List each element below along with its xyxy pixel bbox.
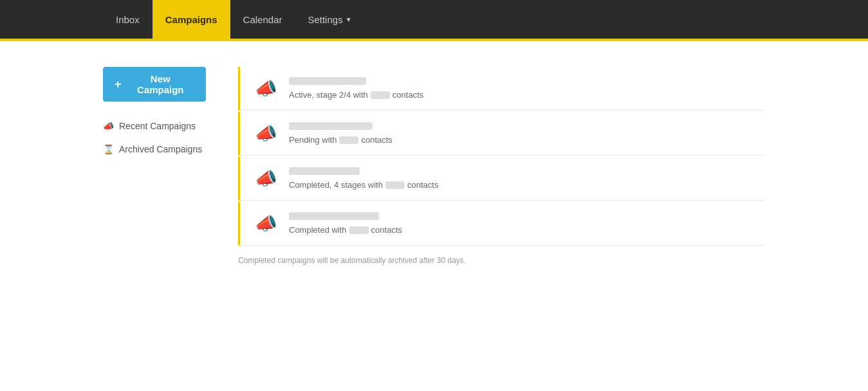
campaign-list: 📣 Active, stage 2/4 with contacts 📣 Pend… [238, 60, 765, 372]
campaign-name-bar [289, 122, 373, 130]
campaign-name-bar [289, 212, 379, 220]
plus-icon: + [115, 78, 122, 91]
campaign-megaphone-icon: 📣 [253, 168, 279, 189]
megaphone-icon: 📣 [103, 121, 114, 131]
top-nav: Inbox Campaigns Calendar Settings ▼ [0, 0, 868, 41]
campaign-status: Pending with contacts [289, 135, 752, 145]
campaign-status: Completed, 4 stages with contacts [289, 180, 752, 190]
campaign-item[interactable]: 📣 Completed, 4 stages with contacts [238, 157, 765, 201]
campaign-item[interactable]: 📣 Pending with contacts [238, 112, 765, 156]
contacts-pill [339, 136, 358, 144]
campaign-megaphone-icon: 📣 [253, 78, 279, 99]
campaign-name-bar [289, 77, 366, 85]
sidebar: + New Campaign 📣 Recent Campaigns ⌛ Arch… [103, 60, 219, 372]
nav-campaigns[interactable]: Campaigns [152, 0, 230, 39]
main-content: + New Campaign 📣 Recent Campaigns ⌛ Arch… [0, 41, 868, 391]
contacts-pill [385, 181, 405, 189]
campaign-status: Completed with contacts [289, 225, 752, 235]
sidebar-item-recent-campaigns[interactable]: 📣 Recent Campaigns [103, 117, 219, 135]
campaign-status: Active, stage 2/4 with contacts [289, 90, 752, 100]
nav-settings[interactable]: Settings ▼ [295, 0, 364, 39]
archive-note: Completed campaigns will be automaticall… [238, 256, 765, 265]
campaign-info: Active, stage 2/4 with contacts [289, 77, 752, 100]
campaign-info: Pending with contacts [289, 122, 752, 145]
campaign-info: Completed, 4 stages with contacts [289, 167, 752, 190]
campaign-name-bar [289, 167, 360, 175]
archive-icon: ⌛ [103, 144, 114, 154]
campaign-item[interactable]: 📣 Active, stage 2/4 with contacts [238, 67, 765, 111]
campaign-info: Completed with contacts [289, 212, 752, 235]
settings-caret-icon: ▼ [346, 16, 352, 23]
nav-calendar[interactable]: Calendar [230, 0, 295, 39]
campaign-megaphone-icon: 📣 [253, 123, 279, 144]
contacts-pill [371, 91, 390, 99]
campaign-item[interactable]: 📣 Completed with contacts [238, 202, 765, 246]
contacts-pill [349, 226, 369, 234]
sidebar-item-archived-campaigns[interactable]: ⌛ Archived Campaigns [103, 140, 219, 158]
campaign-megaphone-icon: 📣 [253, 213, 279, 234]
new-campaign-button[interactable]: + New Campaign [103, 67, 206, 102]
nav-inbox[interactable]: Inbox [103, 0, 152, 39]
